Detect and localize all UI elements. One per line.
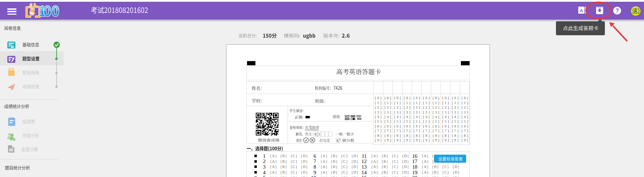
svg-text:A: A <box>580 8 583 13</box>
svg-text:8: 8 <box>314 132 316 136</box>
svg-text:5: 5 <box>339 138 340 141</box>
svg-text:5: 5 <box>318 132 320 136</box>
svg-text:8: 8 <box>336 139 338 142</box>
